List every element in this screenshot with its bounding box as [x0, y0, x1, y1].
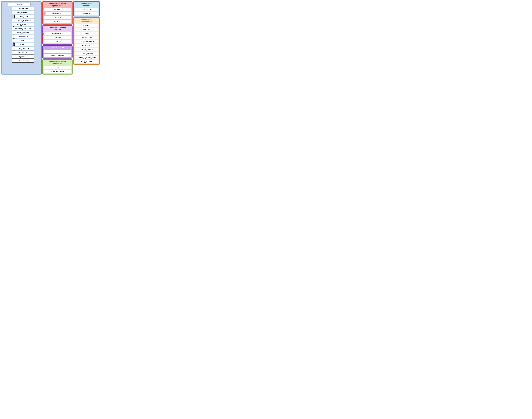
box-loc-history: Location_history [46, 12, 71, 15]
arrow-visit-occ: → [10, 12, 12, 13]
box-cohort: Cohort [44, 50, 71, 53]
box-concept-ancestor: Concept_ancestor [75, 52, 98, 55]
box-drug-exp: Drug_exposure [12, 23, 34, 26]
person-row: Person [8, 3, 40, 6]
loc-history-row: → Location_history [44, 12, 71, 15]
arrow-visit-detail: → [13, 16, 14, 17]
panel-derived: Standardized derivedelements Condition_e… [42, 25, 73, 45]
panel-economics: Standardized healtheconomics Cost Payer_… [42, 59, 73, 75]
arrow-condition: → [10, 20, 12, 21]
box-payer: Payer_plan_period [44, 70, 71, 73]
economics-boxes: Cost Payer_plan_period [44, 66, 71, 73]
vocab-title: Standardizedvocabularies [75, 19, 98, 23]
box-note-nlp: Note_NLP [14, 43, 34, 46]
arrow-measurement: → [10, 36, 12, 37]
panel-metadata: Standardizedmetadata CDM_source Metadata [73, 1, 100, 16]
box-device-exp: Device_exposure [12, 31, 34, 34]
panel-vocab: Standardizedvocabularies Concept Vocabul… [73, 17, 100, 65]
metadata-title: Standardizedmetadata [75, 3, 98, 7]
box-concept-synonym: Concept_synonym [75, 48, 98, 51]
box-cdm-source: CDM_source [75, 8, 98, 11]
box-note: Note [12, 39, 34, 42]
arrow-fact-rel: → [10, 60, 12, 62]
box-visit-occ: Visit_occurrence [12, 11, 34, 14]
visit-detail-row: → Visit_detail [13, 15, 40, 18]
panel-clinical: Standardized clinical data Person → Obse… [1, 1, 41, 75]
arrow-observation: → [10, 52, 12, 53]
box-fact-rel: Fact_relationship [12, 59, 34, 63]
box-observation: Observation [12, 51, 34, 54]
metadata-boxes: CDM_source Metadata [75, 8, 98, 15]
box-metadata: Metadata [75, 12, 98, 15]
box-source-concept-map: Source_to_concept_map [75, 56, 98, 59]
panel-health-system: Standardized healthsystem data Location … [42, 1, 73, 25]
economics-title: Standardized healtheconomics [44, 61, 71, 65]
box-provider: Provider [44, 20, 71, 23]
box-proc-occ: Procedure_occurrence [12, 27, 34, 30]
box-location: Location [44, 8, 71, 11]
box-drug-era: Drug_era [44, 36, 71, 39]
box-domain: Domain [75, 32, 98, 35]
obs-period-row: → Observation_period [10, 7, 40, 10]
clinical-boxes: Person → Observation_period → Visit_occu… [8, 3, 40, 63]
box-obs-period: Observation_period [12, 7, 34, 10]
box-vocabulary: Vocabulary [75, 28, 98, 31]
arrow-device: → [10, 32, 12, 33]
box-cohort-def: Cohort_definition [44, 54, 71, 57]
condition-occ-row: → Condition_occurrence [10, 19, 40, 22]
panel-results: Results schema Cohort Cohort_definition [42, 45, 73, 59]
results-title: Results schema [44, 47, 71, 49]
note-row: → Note [10, 39, 40, 42]
box-cond-era: Condition_era [44, 32, 71, 35]
arrow-obs-period: → [10, 8, 12, 9]
box-condition-occ: Condition_occurrence [12, 19, 34, 22]
fact-rel-row: → Fact_relationship [10, 59, 40, 63]
arrow-note: → [10, 40, 12, 41]
box-visit-detail: Visit_detail [14, 15, 34, 18]
box-concept: Concept [75, 24, 98, 27]
device-exp-row: → Device_exposure [10, 31, 40, 34]
health-system-boxes: Location → Location_history Care_site Pr… [44, 8, 71, 23]
derived-title: Standardized derivedelements [44, 27, 71, 31]
box-survey: Survey_conduct [12, 47, 34, 51]
box-person: Person [8, 3, 30, 6]
specimen-row: → Specimen [10, 55, 40, 59]
box-dose-era: Dose_era [44, 40, 71, 43]
box-relationship: Relationship [75, 44, 98, 47]
arrow-drug: → [10, 24, 12, 25]
note-nlp-row: → Note_NLP [13, 43, 40, 46]
panel-middle: Standardized healthsystem data Location … [42, 1, 73, 75]
survey-row: → Survey_conduct [10, 47, 40, 51]
arrow-note-nlp: → [13, 44, 14, 45]
panel-right: Standardizedmetadata CDM_source Metadata… [73, 1, 100, 75]
measurement-row: → Measurement [10, 35, 40, 38]
arrow-survey: → [10, 48, 12, 50]
proc-occ-row: → Procedure_occurrence [10, 27, 40, 30]
vocab-boxes: Concept Vocabulary Domain Concept_class … [75, 24, 98, 63]
box-drug-strength: Drug_strength [75, 60, 98, 63]
box-concept-relationship: Concept_relationship [75, 40, 98, 43]
box-concept-class: Concept_class [75, 36, 98, 39]
visit-occ-row: → Visit_occurrence [10, 11, 40, 14]
observation-row: → Observation [10, 51, 40, 54]
results-boxes: Cohort Cohort_definition [44, 50, 71, 57]
box-measurement: Measurement [12, 35, 34, 38]
box-care-site: Care_site [44, 16, 71, 19]
box-cost: Cost [44, 66, 71, 69]
omop-cdm-diagram: Standardized clinical data Person → Obse… [1, 1, 112, 75]
drug-exp-row: → Drug_exposure [10, 23, 40, 26]
arrow-proc: → [10, 28, 12, 29]
derived-boxes: Condition_era Drug_era Dose_era [44, 32, 71, 43]
arrow-loc-history: → [44, 13, 45, 14]
box-specimen: Specimen [12, 55, 34, 59]
health-system-title: Standardized healthsystem data [44, 3, 71, 7]
arrow-specimen: → [10, 56, 12, 57]
